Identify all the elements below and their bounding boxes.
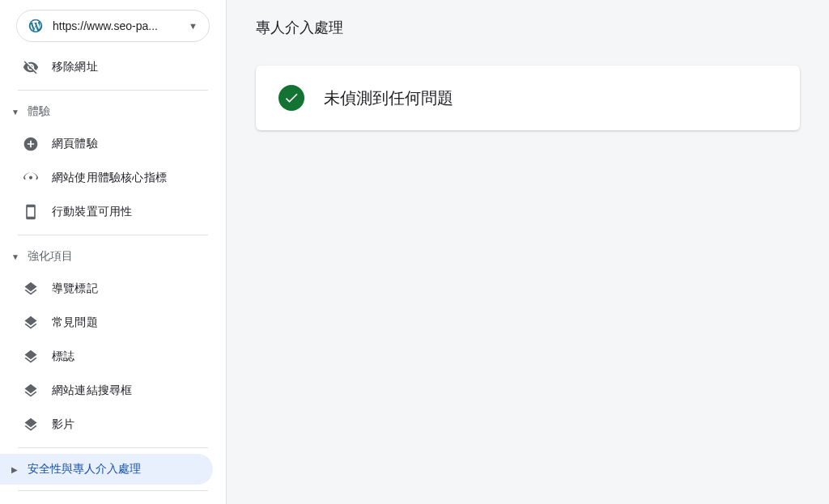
sidebar-group-security-manual-actions[interactable]: ▶ 安全性與專人介入處理 — [0, 454, 213, 485]
sidebar-item-removals[interactable]: 移除網址 — [0, 50, 226, 84]
smartphone-icon — [23, 204, 39, 220]
divider — [18, 447, 208, 448]
layers-icon — [23, 281, 39, 297]
sidebar-item-label: 導覽標記 — [52, 282, 98, 296]
site-url-label: https://www.seo-pa... — [53, 19, 184, 32]
sidebar-item-label: 影片 — [52, 417, 74, 432]
triangle-down-icon: ▼ — [11, 108, 24, 116]
sidebar-item-label: 標誌 — [52, 349, 74, 364]
sidebar-item-label: 常見問題 — [52, 316, 98, 330]
sidebar-item-label: 移除網址 — [52, 60, 98, 74]
sidebar-item-sitelinks-searchbox[interactable]: 網站連結搜尋框 — [0, 374, 226, 408]
sidebar-group-experience[interactable]: ▼ 體驗 — [0, 96, 226, 127]
sidebar: https://www.seo-pa... ▼ 移除網址 ▼ 體驗 網頁體驗 網… — [0, 0, 227, 504]
divider — [18, 90, 208, 91]
layers-icon — [23, 417, 39, 433]
site-selector[interactable]: https://www.seo-pa... ▼ — [16, 10, 210, 42]
sidebar-item-core-web-vitals[interactable]: 網站使用體驗核心指標 — [0, 161, 226, 195]
check-circle-icon — [278, 85, 304, 111]
layers-icon — [23, 315, 39, 331]
wordpress-icon — [28, 19, 43, 33]
sidebar-item-faq[interactable]: 常見問題 — [0, 306, 226, 340]
sidebar-group-label: 體驗 — [28, 104, 50, 119]
main-content: 專人介入處理 未偵測到任何問題 — [227, 0, 829, 504]
sidebar-item-breadcrumbs[interactable]: 導覽標記 — [0, 272, 226, 306]
sidebar-item-logos[interactable]: 標誌 — [0, 340, 226, 374]
sidebar-item-mobile-usability[interactable]: 行動裝置可用性 — [0, 195, 226, 229]
chevron-down-icon: ▼ — [189, 21, 198, 31]
divider — [18, 490, 208, 491]
sidebar-item-page-experience[interactable]: 網頁體驗 — [0, 127, 226, 161]
sidebar-item-label: 網站使用體驗核心指標 — [52, 171, 167, 185]
sidebar-group-enhancements[interactable]: ▼ 強化項目 — [0, 241, 226, 272]
sidebar-group-label: 強化項目 — [28, 249, 73, 264]
sidebar-item-label: 網頁體驗 — [52, 137, 98, 151]
eye-off-icon — [23, 59, 39, 75]
page-title: 專人介入處理 — [256, 18, 800, 37]
divider — [18, 235, 208, 235]
status-card: 未偵測到任何問題 — [256, 66, 800, 130]
sidebar-item-label: 行動裝置可用性 — [52, 205, 132, 219]
sidebar-group-legacy-tools[interactable]: ▶ 舊版工具和報表 — [0, 497, 226, 504]
speedometer-icon — [23, 170, 39, 186]
triangle-right-icon: ▶ — [11, 465, 24, 474]
layers-icon — [23, 383, 39, 399]
sidebar-item-videos[interactable]: 影片 — [0, 408, 226, 442]
status-message: 未偵測到任何問題 — [324, 87, 453, 109]
sidebar-group-label: 安全性與專人介入處理 — [28, 462, 141, 476]
layers-icon — [23, 349, 39, 365]
circle-plus-icon — [23, 136, 39, 152]
triangle-down-icon: ▼ — [11, 252, 24, 261]
sidebar-item-label: 網站連結搜尋框 — [52, 383, 132, 398]
